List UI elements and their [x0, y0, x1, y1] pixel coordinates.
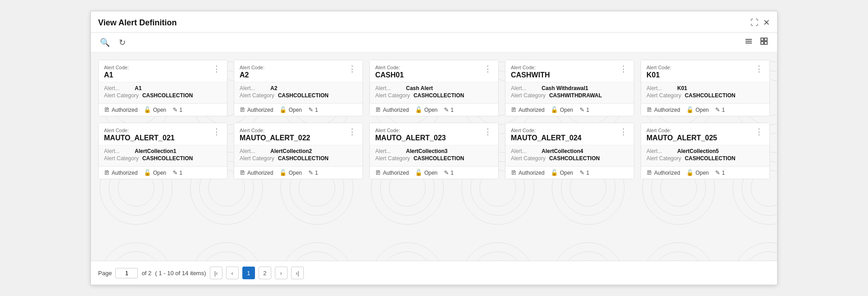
card-a1-category-label: Alert Category [104, 92, 139, 99]
title-bar: View Alert Definition ⛶ ✕ [91, 11, 777, 33]
svg-rect-5 [761, 42, 764, 44]
card-mauto023-footer: 🖹 Authorized 🔓 Open ✎ 1 [370, 166, 498, 179]
grid-view-button[interactable] [758, 36, 770, 48]
card-mauto025-body: Alert... AlertCollection5 Alert Category… [641, 145, 769, 166]
card-a1-lock: Open [153, 107, 166, 113]
card-k01-menu-button[interactable]: ⋮ [754, 65, 764, 73]
card-cashwith-header: Alert Code: CASHWITH ⋮ [505, 60, 634, 82]
card-mauto025-menu-button[interactable]: ⋮ [754, 128, 764, 136]
refresh-button[interactable]: ↻ [117, 37, 127, 48]
card-k01-header: Alert Code: K01 ⋮ [641, 60, 769, 82]
lock-icon: 🔓 [279, 106, 287, 113]
edit-icon: ✎ [173, 169, 178, 176]
card-a2-code-value: A2 [240, 71, 264, 79]
lock-icon: 🔓 [551, 106, 558, 113]
card-mauto022-footer: 🖹 Authorized 🔓 Open ✎ 1 [234, 166, 363, 179]
lock-icon: 🔓 [415, 169, 422, 176]
card-k01-body: Alert... K01 Alert Category CASHCOLLECTI… [641, 82, 769, 103]
card-a1-menu-button[interactable]: ⋮ [212, 65, 222, 73]
card-mauto023-menu-button[interactable]: ⋮ [483, 128, 493, 136]
window-controls: ⛶ ✕ [750, 18, 770, 28]
page-input[interactable] [115, 268, 138, 278]
last-page-button[interactable]: ›| [291, 267, 304, 279]
first-page-button[interactable]: |‹ [210, 267, 222, 279]
authorized-icon: 🖹 [240, 106, 245, 113]
svg-rect-4 [764, 38, 767, 41]
card-a1-alert-label: Alert... [104, 85, 131, 91]
card-a1-code-label: Alert Code: [104, 65, 129, 70]
window-title: View Alert Definition [98, 18, 177, 28]
lock-icon: 🔓 [144, 169, 151, 176]
card-a2-code-label: Alert Code: [240, 65, 264, 70]
cards-container: Alert Code: A1 ⋮ Alert... A1 Alert Categ… [91, 53, 777, 261]
main-window: View Alert Definition ⛶ ✕ 🔍 ↻ [90, 11, 778, 285]
card-a1-alert-value: A1 [135, 85, 142, 91]
svg-rect-0 [745, 39, 752, 40]
card-mauto022: Alert Code: MAUTO_ALERT_022 ⋮ Alert... A… [234, 123, 363, 179]
maximize-icon[interactable]: ⛶ [750, 18, 759, 28]
card-cash01-footer: 🖹 Authorized 🔓 Open ✎ 1 [370, 103, 498, 116]
next-page-button[interactable]: › [275, 267, 288, 279]
edit-icon: ✎ [308, 106, 313, 113]
authorized-icon: 🖹 [104, 106, 110, 113]
card-mauto022-header: Alert Code: MAUTO_ALERT_022 ⋮ [234, 123, 363, 145]
card-a2-footer: 🖹 Authorized 🔓 Open ✎ 1 [234, 103, 363, 116]
authorized-icon: 🖹 [375, 106, 381, 113]
card-a2-menu-button[interactable]: ⋮ [347, 65, 357, 73]
page-1-button[interactable]: 1 [242, 267, 255, 279]
cards-row-2: Alert Code: MAUTO_ALERT_021 ⋮ Alert... A… [98, 123, 770, 179]
edit-icon: ✎ [715, 169, 720, 176]
toolbar: 🔍 ↻ [91, 33, 777, 53]
card-mauto025: Alert Code: MAUTO_ALERT_025 ⋮ Alert... A… [641, 123, 770, 179]
toolbar-left: 🔍 ↻ [98, 37, 127, 48]
close-icon[interactable]: ✕ [763, 18, 770, 28]
prev-page-button[interactable]: ‹ [226, 267, 239, 279]
card-cashwith-menu-button[interactable]: ⋮ [618, 65, 628, 73]
card-k01: Alert Code: K01 ⋮ Alert... K01 Alert Cat… [641, 60, 770, 116]
page-2-button[interactable]: 2 [259, 267, 271, 279]
authorized-icon: 🖹 [646, 169, 652, 176]
authorized-icon: 🖹 [646, 106, 652, 113]
edit-icon: ✎ [715, 106, 720, 113]
card-mauto021-body: Alert... AlertCollection1 Alert Category… [99, 145, 227, 166]
lock-icon: 🔓 [415, 106, 422, 113]
card-cashwith: Alert Code: CASHWITH ⋮ Alert... Cash Wit… [505, 60, 634, 116]
card-a2-header: Alert Code: A2 ⋮ [234, 60, 363, 82]
svg-rect-3 [761, 38, 764, 41]
card-a2: Alert Code: A2 ⋮ Alert... A2 Alert Categ… [234, 60, 363, 116]
of-text: of 2 [142, 270, 151, 277]
card-cash01-menu-button[interactable]: ⋮ [483, 65, 493, 73]
card-a1-footer: 🖹 Authorized 🔓 Open ✎ 1 [99, 103, 227, 116]
card-mauto021-footer: 🖹 Authorized 🔓 Open ✎ 1 [99, 166, 227, 179]
authorized-icon: 🖹 [104, 169, 110, 176]
search-button[interactable]: 🔍 [98, 37, 112, 48]
card-mauto024-menu-button[interactable]: ⋮ [618, 128, 628, 136]
card-mauto023-header: Alert Code: MAUTO_ALERT_023 ⋮ [370, 123, 498, 145]
card-mauto024-header: Alert Code: MAUTO_ALERT_024 ⋮ [505, 123, 634, 145]
card-mauto022-body: Alert... AlertCollection2 Alert Category… [234, 145, 363, 166]
range-text: ( 1 - 10 of 14 items) [155, 270, 206, 277]
card-k01-footer: 🖹 Authorized 🔓 Open ✎ 1 [641, 103, 769, 116]
card-mauto021: Alert Code: MAUTO_ALERT_021 ⋮ Alert... A… [98, 123, 227, 179]
card-a1-edit-count: 1 [179, 107, 183, 113]
card-mauto022-menu-button[interactable]: ⋮ [347, 128, 357, 136]
card-mauto025-footer: 🖹 Authorized 🔓 Open ✎ 1 [641, 166, 769, 179]
card-mauto025-header: Alert Code: MAUTO_ALERT_025 ⋮ [641, 123, 769, 145]
edit-icon: ✎ [444, 106, 449, 113]
lock-icon: 🔓 [279, 169, 287, 176]
card-a1-body: Alert... A1 Alert Category CASHCOLLECTIO… [99, 82, 227, 103]
card-mauto023: Alert Code: MAUTO_ALERT_023 ⋮ Alert... A… [369, 123, 499, 179]
edit-icon: ✎ [308, 169, 313, 176]
cards-row-1: Alert Code: A1 ⋮ Alert... A1 Alert Categ… [98, 60, 770, 116]
card-a2-status: Authorized [247, 107, 273, 113]
card-cashwith-body: Alert... Cash Withdrawal1 Alert Category… [505, 82, 634, 103]
lock-icon: 🔓 [686, 106, 693, 113]
lock-icon: 🔓 [551, 169, 558, 176]
edit-icon: ✎ [580, 169, 585, 176]
list-view-button[interactable] [743, 36, 755, 48]
card-mauto021-menu-button[interactable]: ⋮ [212, 128, 222, 136]
card-a1-header: Alert Code: A1 ⋮ [99, 60, 227, 82]
authorized-icon: 🖹 [511, 106, 517, 113]
edit-icon: ✎ [580, 106, 585, 113]
edit-icon: ✎ [173, 106, 178, 113]
